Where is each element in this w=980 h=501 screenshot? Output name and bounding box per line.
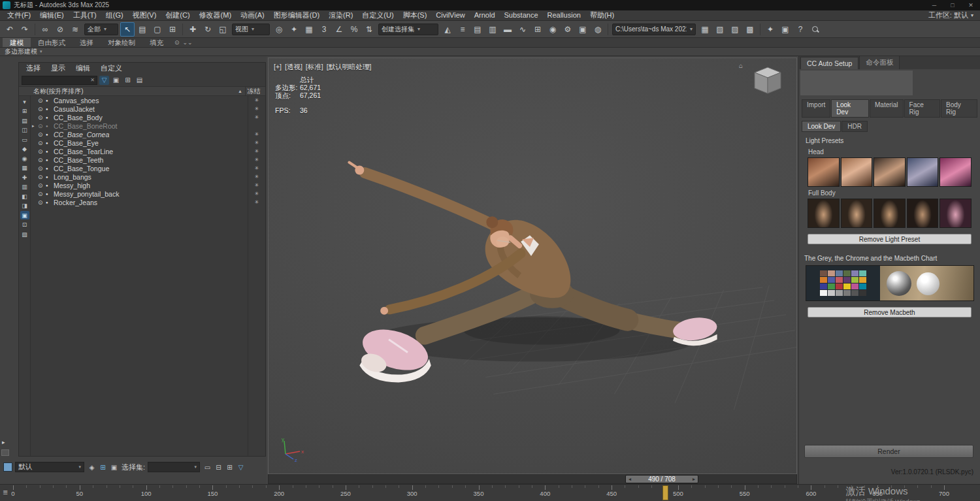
select-object-icon[interactable]: ↖ [120, 22, 135, 37]
cc-main-tab[interactable]: Look Dev [831, 99, 869, 118]
window-crossing-icon[interactable]: ⊞ [165, 22, 180, 37]
viewport-label-segment[interactable]: [+] [274, 63, 282, 72]
visibility-eye-icon[interactable]: ⊙ [38, 114, 46, 121]
body-light-preset-5[interactable] [939, 199, 972, 228]
select-by-name-icon[interactable]: ▤ [135, 22, 150, 37]
explorer-preset-dropdown[interactable]: 默认 ▾ [15, 462, 84, 472]
curve-editor-icon[interactable]: ∿ [515, 22, 530, 37]
object-name[interactable]: CC_Base_TearLine [54, 148, 113, 155]
ribbon-panel-title[interactable]: 多边形建模 [5, 47, 37, 56]
display-containers-icon[interactable]: ◨ [20, 202, 29, 210]
perspective-viewport[interactable]: [+][透视][标准][默认明暗处理] ▽ 总计 多边形: 62,671 [268, 57, 797, 474]
align-icon[interactable]: ≡ [455, 22, 470, 37]
select-and-rotate-icon[interactable]: ↻ [201, 22, 215, 37]
list-item[interactable]: ▸ ⊙ ● Messy_high ✳ [31, 181, 265, 189]
explorer-menu-item[interactable]: 自定义 [96, 63, 127, 73]
viewcube-home-icon[interactable]: ⌂ [739, 62, 743, 69]
ribbon-tab[interactable]: 自由形式 [31, 38, 73, 47]
viewport-label-segment[interactable]: [标准] [306, 63, 323, 72]
remove-macbeth-button[interactable]: Remove Macbeth [808, 307, 972, 317]
visibility-eye-icon[interactable]: ⊙ [38, 191, 46, 197]
layer-manager-icon[interactable]: ▤ [470, 22, 485, 37]
menu-item[interactable]: 创建(C) [161, 10, 194, 20]
select-and-link-icon[interactable]: ∞ [38, 22, 52, 37]
head-light-preset-3[interactable] [874, 157, 906, 187]
undo-icon[interactable]: ↶ [3, 22, 17, 37]
list-item[interactable]: ▸ ⊙ ● CC_Base_Eye ✳ [31, 138, 265, 147]
ribbon-tab[interactable]: 建模 [3, 38, 31, 47]
frozen-state-icon[interactable]: ✳ [248, 174, 265, 180]
frozen-state-icon[interactable]: ✳ [248, 114, 265, 120]
minimize-button[interactable]: ─ [925, 0, 943, 10]
footer-list-view-icon[interactable]: ⊞ [98, 462, 108, 472]
list-item[interactable]: ▸ ⊙ ● Messy_ponytail_back ✳ [31, 189, 265, 198]
menu-item[interactable]: 修改器(M) [195, 10, 237, 20]
list-item[interactable]: ▸ ⊙ ● CC_Base_Tongue ✳ [31, 164, 265, 172]
frozen-state-icon[interactable]: ✳ [248, 165, 265, 171]
list-item[interactable]: ▸ ⊙ ● Canvas_shoes ✳ [31, 96, 265, 105]
toggle-ribbon-icon[interactable]: ▬ [500, 22, 515, 37]
display-space-warps-icon[interactable]: ▦ [20, 164, 29, 172]
display-cameras-icon[interactable]: ◆ [20, 145, 29, 154]
create-selection-set-icon[interactable]: ▭ [203, 462, 212, 472]
ribbon-toggle-icon[interactable]: ⊙ [174, 39, 180, 46]
footer-display-icon[interactable]: ◈ [87, 462, 97, 472]
frozen-state-icon[interactable]: ✳ [248, 131, 265, 137]
visibility-eye-icon[interactable]: ⊙ [38, 97, 46, 104]
body-light-preset-4[interactable] [907, 199, 939, 228]
display-layers-icon[interactable]: ⊡ [20, 221, 29, 229]
next-frame-icon[interactable]: ▸ [690, 476, 698, 482]
menu-item[interactable]: 文件(F) [3, 10, 35, 20]
footer-detail-view-icon[interactable]: ▣ [109, 462, 119, 472]
toolbar-extra-icon-1[interactable]: ▦ [698, 22, 712, 37]
display-materials-icon[interactable]: ▣ [20, 211, 29, 219]
redo-icon[interactable]: ↷ [18, 22, 32, 37]
object-name[interactable]: Long_bangs [54, 173, 91, 181]
scene-scripts-icon[interactable]: ✦ [763, 22, 777, 37]
toolbar-extra-icon-3[interactable]: ▨ [728, 22, 742, 37]
list-item[interactable]: ▸ ⊙ ● CC_Base_Body ✳ [31, 113, 265, 121]
schematic-view-icon[interactable]: ⊞ [531, 22, 545, 37]
body-light-preset-3[interactable] [874, 199, 906, 228]
panel-collapse-arrow-icon[interactable]: ▸ [2, 439, 5, 445]
render-setup-icon[interactable]: ⚙ [561, 22, 575, 37]
add-selection-set-icon[interactable]: ⊞ [225, 462, 235, 472]
mirror-icon[interactable]: ◭ [440, 22, 455, 37]
spinner-snap-toggle-icon[interactable]: ⇅ [362, 22, 376, 37]
display-bones-icon[interactable]: ◧ [20, 192, 29, 201]
reference-coordinate-dropdown[interactable]: 视图 ▾ [232, 24, 270, 35]
ribbon-tab[interactable]: 填充 [142, 38, 171, 47]
remove-selection-set-icon[interactable]: ⊟ [214, 462, 223, 472]
explorer-pick-icon[interactable]: ⊞ [123, 76, 133, 85]
menu-item[interactable]: 帮助(H) [585, 10, 619, 20]
head-light-preset-1[interactable] [808, 157, 840, 187]
keyboard-shortcut-override-icon[interactable]: ▦ [302, 22, 316, 37]
object-name[interactable]: CC_Base_Body [54, 114, 103, 121]
object-name[interactable]: CC_Base_Tongue [54, 165, 109, 172]
display-groups-icon[interactable]: ✚ [20, 173, 29, 182]
cc-sub-tab[interactable]: HDR [841, 121, 868, 132]
head-light-preset-2[interactable] [841, 157, 873, 187]
visibility-eye-icon[interactable]: ⊙ [38, 148, 46, 155]
name-column-header[interactable]: 名称(按升序排序) [33, 87, 84, 96]
explorer-settings-icon[interactable]: ▤ [135, 76, 144, 85]
select-and-manipulate-icon[interactable]: ✦ [287, 22, 301, 37]
toolbar-extra-icon-4[interactable]: ▩ [743, 22, 757, 37]
menu-item[interactable]: 渲染(R) [324, 10, 357, 20]
cc-main-tab[interactable]: Face Rig [904, 99, 940, 118]
object-name[interactable]: CC_Base_Teeth [54, 156, 103, 164]
list-item[interactable]: ▸ ⊙ ● Rocker_Jeans ✳ [31, 198, 265, 206]
select-and-scale-icon[interactable]: ◱ [216, 22, 230, 37]
visibility-eye-icon[interactable]: ⊙ [38, 123, 46, 129]
frozen-state-icon[interactable]: ✳ [248, 97, 265, 103]
frozen-state-icon[interactable]: ✳ [248, 140, 265, 146]
list-item[interactable]: ▸ ⊙ ● CC_Base_TearLine ✳ [31, 147, 265, 155]
explorer-menu-item[interactable]: 显示 [46, 63, 70, 73]
project-folder-path-field[interactable]: C:\Users\ta~ds Max 2021 ▾ [612, 24, 696, 35]
close-button[interactable]: ✕ [962, 0, 980, 10]
render-button[interactable]: Render [804, 445, 973, 458]
percent-snap-toggle-icon[interactable]: % [347, 22, 361, 37]
panel-dock-icon[interactable] [1, 449, 9, 456]
maximize-button[interactable]: □ [943, 0, 962, 10]
workspace-selector[interactable]: 工作区: 默认 ▾ [928, 10, 973, 20]
